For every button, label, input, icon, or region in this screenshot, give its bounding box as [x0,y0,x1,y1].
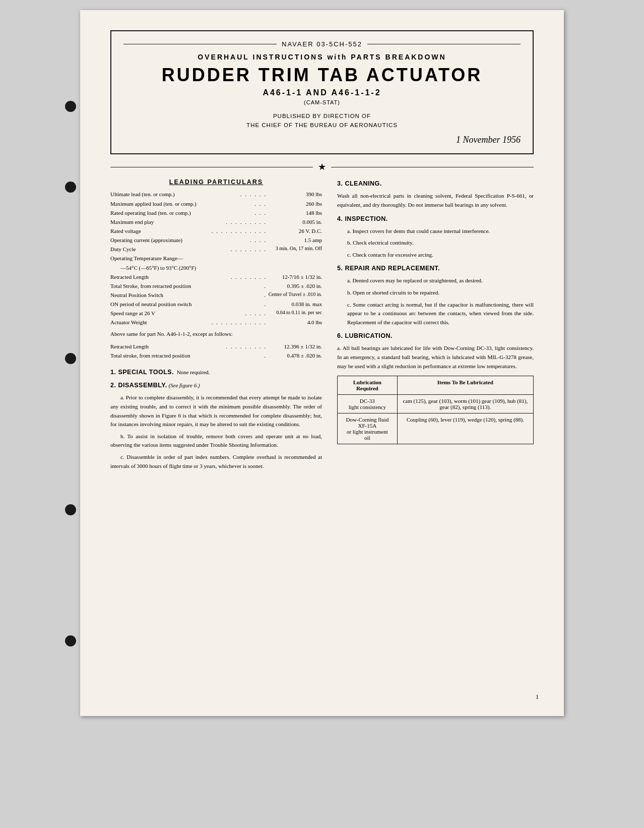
table-row: Maximum applied load (ten. or comp.) . .… [110,199,322,208]
section1-number: 1. SPECIAL TOOLS. [110,369,174,376]
part-numbers: A46-1-1 AND A46-1-1-2 [123,88,521,97]
circle-mark-5 [65,635,76,646]
section2-para-c: c. Disassemble in order of part index nu… [110,453,322,470]
circle-mark-1 [65,101,76,112]
table-row: Maximum end play . . . . . . . . . 0.005… [110,217,322,226]
leading-particulars-title: LEADING PARTICULARS [110,179,322,186]
right-column: 3. CLEANING. Wash all non-electrical par… [337,179,534,474]
lubrication-table: Lubrication Required Items To Be Lubrica… [337,376,534,444]
table-row: DC-33light consistency cam (125), gear (… [338,395,534,413]
lub-items-2: Coupling (60), lever (119), wedge (120),… [397,413,533,444]
star-divider: ★ [110,161,534,172]
table-row: Rated operating load (ten. or comp.) . .… [110,208,322,217]
circle-mark-2 [65,182,76,193]
document-title: RUDDER TRIM TAB ACTUATOR [123,65,521,85]
table-row: Retracted Length . . . . . . . . . 12.39… [110,342,322,351]
followup-table: Retracted Length . . . . . . . . . 12.39… [110,342,322,360]
document-date: 1 November 1956 [123,135,521,145]
section3-para: Wash all non-electrical parts in cleanin… [337,192,534,209]
navaer-id: NAVAER 03-5CH-552 [123,40,521,48]
page-number: 1 [536,693,539,701]
table-row: Total Stroke, from retracted position . … [110,281,322,290]
section4-para-c: c. Check contacts for excessive arcing. [337,251,534,260]
lub-required-1: DC-33light consistency [338,395,398,413]
table-header-row: Lubrication Required Items To Be Lubrica… [338,376,534,395]
table-row: Ultimate lead (ten. or comp.) . . . . . … [110,190,322,199]
section2-number: 2. DISASSEMBLY. [110,382,167,389]
section3-number: 3. CLEANING. [337,180,382,187]
lub-required-2: Dow-Corning fluid XF-15Aor light instrum… [338,413,398,444]
section5-title: 5. REPAIR AND REPLACEMENT. [337,263,534,273]
section4-number: 4. INSPECTION. [337,215,388,222]
section6-title: 6. LUBRICATION. [337,331,534,341]
left-column: LEADING PARTICULARS Ultimate lead (ten. … [110,179,322,474]
table-row: Actuator Weight . . . . . . . . . . . . … [110,318,322,327]
section5-number: 5. REPAIR AND REPLACEMENT. [337,265,440,272]
section4-para-a: a. Inspect covers for dents that could c… [337,227,534,236]
section5-para-b: b. Open or shorted circuits to be repair… [337,288,534,298]
section3-title: 3. CLEANING. [337,179,534,189]
section4-para-b: b. Check electrical continuity. [337,239,534,248]
circle-mark-3 [65,353,76,364]
section5-para-c: c. Some contact arcing is normal, but if… [337,301,534,327]
col1-header: Lubrication Required [338,376,398,395]
published-by: PUBLISHED BY DIRECTION OF THE CHIEF OF T… [123,111,521,130]
section1-text: 1. SPECIAL TOOLS. None required. [110,367,322,377]
section2-title: 2. DISASSEMBLY. (See figure 6.) [110,380,322,390]
followup-text: Above same for part No. A46-1-1-2, excep… [110,330,322,339]
particulars-table: Ultimate lead (ten. or comp.) . . . . . … [110,190,322,327]
table-row: Rated voltage . . . . . . . . . . . . 26… [110,226,322,235]
overhaul-line: OVERHAUL INSTRUCTIONS with PARTS BREAKDO… [123,53,521,61]
section5-para-a: a. Dented covers may be replaced or stra… [337,276,534,285]
lub-items-1: cam (125), gear (103), worm (101) gear (… [397,395,533,413]
table-row: Operating Temperature Range— [110,254,322,263]
section6-para: a. All ball bearings are lubricated for … [337,344,534,371]
section2-para-b: b. To assist in isolation of trouble, re… [110,432,322,450]
table-row: Speed range at 26 V . . . . . 0.04 to 0.… [110,309,322,318]
table-row: Total stroke, from retracted position . … [110,351,322,360]
table-row: —54°C (—65°F) to 93°C (200°F) [110,263,322,272]
table-row: Operating current (approximate) . . . . … [110,235,322,245]
header-box: NAVAER 03-5CH-552 OVERHAUL INSTRUCTIONS … [110,30,534,154]
table-row: ON period of neutral position switch . 0… [110,300,322,309]
section4-title: 4. INSPECTION. [337,214,534,224]
page: NAVAER 03-5CH-552 OVERHAUL INSTRUCTIONS … [80,10,564,716]
section6-number: 6. LUBRICATION. [337,332,393,339]
table-row: Duty Cycle . . . . . . . . 3 min. On, 17… [110,245,322,254]
table-row: Dow-Corning fluid XF-15Aor light instrum… [338,413,534,444]
circle-mark-4 [65,504,76,515]
main-content: LEADING PARTICULARS Ultimate lead (ten. … [110,179,534,474]
cam-stat: (CAM-STAT) [123,99,521,105]
table-row: Retracted Length . . . . . . . . 12-7/16… [110,272,322,281]
col2-header: Items To Be Lubricated [397,376,533,395]
section2-para-a: a. Prior to complete disassembly, it is … [110,393,322,429]
table-row: Neutral Position Switch . Center of Trav… [110,290,322,300]
